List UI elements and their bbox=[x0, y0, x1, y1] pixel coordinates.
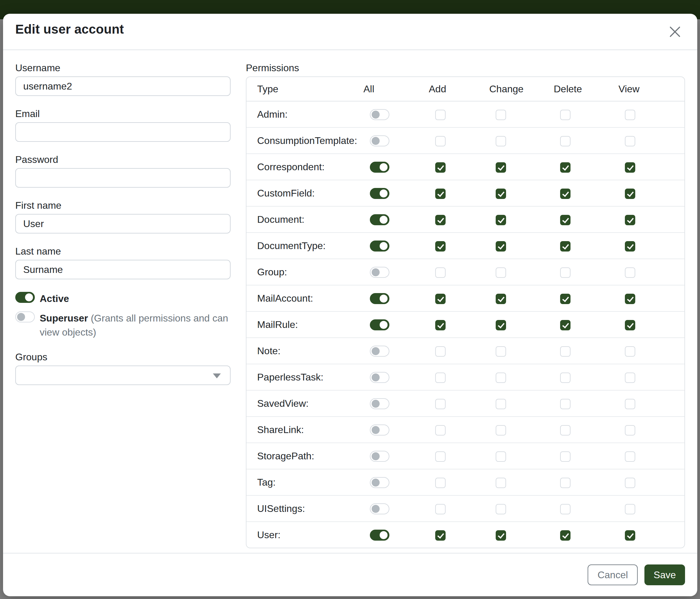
password-input[interactable] bbox=[15, 168, 231, 188]
perm-mailaccount-change-checkbox[interactable] bbox=[496, 294, 506, 304]
close-button[interactable] bbox=[666, 23, 684, 42]
perm-mailaccount-view-checkbox[interactable] bbox=[625, 294, 635, 304]
perm-group-add-checkbox[interactable] bbox=[435, 267, 446, 278]
groups-select[interactable] bbox=[15, 365, 231, 385]
perm-user-change-checkbox[interactable] bbox=[496, 530, 506, 541]
first-name-input[interactable] bbox=[15, 214, 231, 234]
perm-savedview-view-checkbox[interactable] bbox=[625, 399, 635, 409]
perm-mailaccount-delete-checkbox[interactable] bbox=[560, 294, 571, 304]
last-name-input[interactable] bbox=[15, 260, 231, 279]
perm-document-all-toggle[interactable] bbox=[370, 214, 390, 225]
perm-note-delete-checkbox[interactable] bbox=[560, 346, 571, 357]
perm-sharelink-all-toggle[interactable] bbox=[370, 425, 390, 435]
perm-mailrule-change-checkbox[interactable] bbox=[496, 320, 506, 330]
toggle-knob bbox=[372, 137, 380, 145]
perm-customfield-delete-checkbox[interactable] bbox=[560, 189, 571, 199]
perm-uisettings-all-toggle[interactable] bbox=[370, 503, 390, 514]
perm-document-add-checkbox[interactable] bbox=[435, 215, 446, 225]
perm-mailaccount-add-checkbox[interactable] bbox=[435, 294, 446, 304]
perm-customfield-change-checkbox[interactable] bbox=[496, 189, 506, 199]
perm-admin-all-toggle[interactable] bbox=[370, 109, 390, 120]
perm-documenttype-view-checkbox[interactable] bbox=[625, 241, 635, 251]
perm-note-view-checkbox[interactable] bbox=[625, 346, 635, 357]
perm-tag-all-toggle[interactable] bbox=[370, 477, 390, 488]
perm-correspondent-view-checkbox[interactable] bbox=[625, 162, 635, 173]
perm-savedview-delete-checkbox[interactable] bbox=[560, 399, 571, 409]
perm-correspondent-delete-checkbox[interactable] bbox=[560, 162, 571, 173]
perm-documenttype-delete-checkbox[interactable] bbox=[560, 241, 571, 251]
perm-savedview-add-checkbox[interactable] bbox=[435, 399, 446, 409]
perm-admin-view-checkbox[interactable] bbox=[625, 110, 635, 120]
perm-mailrule-delete-checkbox[interactable] bbox=[560, 320, 571, 330]
perm-document-delete-checkbox[interactable] bbox=[560, 215, 571, 225]
perm-user-all-toggle[interactable] bbox=[370, 530, 390, 541]
perm-uisettings-view-checkbox[interactable] bbox=[625, 504, 635, 514]
perm-paperlesstask-delete-checkbox[interactable] bbox=[560, 373, 571, 383]
perm-storagepath-all-toggle[interactable] bbox=[370, 451, 390, 462]
perm-consumptiontemplate-view-checkbox[interactable] bbox=[625, 136, 635, 146]
cancel-button[interactable]: Cancel bbox=[588, 565, 638, 585]
perm-paperlesstask-view-checkbox[interactable] bbox=[625, 373, 635, 383]
perm-admin-change-checkbox[interactable] bbox=[496, 110, 506, 120]
perm-tag-delete-checkbox[interactable] bbox=[560, 478, 571, 488]
perm-uisettings-change-checkbox[interactable] bbox=[496, 504, 506, 514]
perm-correspondent-change-checkbox[interactable] bbox=[496, 162, 506, 173]
perm-tag-add-checkbox[interactable] bbox=[435, 478, 446, 488]
perm-storagepath-add-checkbox[interactable] bbox=[435, 451, 446, 462]
active-row: Active bbox=[15, 291, 231, 306]
perm-note-change-checkbox[interactable] bbox=[496, 346, 506, 357]
perm-mailrule-view-checkbox[interactable] bbox=[625, 320, 635, 330]
perm-mailaccount-all-toggle[interactable] bbox=[370, 293, 390, 304]
active-toggle[interactable] bbox=[15, 292, 35, 303]
perm-mailrule-all-toggle[interactable] bbox=[370, 319, 390, 330]
perm-savedview-all-toggle[interactable] bbox=[370, 398, 390, 409]
perm-admin-add-checkbox[interactable] bbox=[435, 110, 446, 120]
perm-group-change-checkbox[interactable] bbox=[496, 267, 506, 278]
perm-document-view-checkbox[interactable] bbox=[625, 215, 635, 225]
perm-documenttype-change-checkbox[interactable] bbox=[496, 241, 506, 251]
superuser-toggle[interactable] bbox=[15, 311, 35, 322]
perm-sharelink-add-checkbox[interactable] bbox=[435, 425, 446, 435]
perm-group-view-checkbox[interactable] bbox=[625, 267, 635, 278]
perm-note-all-toggle[interactable] bbox=[370, 346, 390, 357]
perm-user-delete-checkbox[interactable] bbox=[560, 530, 571, 541]
perm-sharelink-delete-checkbox[interactable] bbox=[560, 425, 571, 435]
email-input[interactable] bbox=[15, 122, 231, 142]
perm-storagepath-view-checkbox[interactable] bbox=[625, 451, 635, 462]
perm-note-add-checkbox[interactable] bbox=[435, 346, 446, 357]
perm-customfield-view-checkbox[interactable] bbox=[625, 189, 635, 199]
perm-consumptiontemplate-change-checkbox[interactable] bbox=[496, 136, 506, 146]
perm-customfield-all-toggle[interactable] bbox=[370, 188, 390, 199]
perm-admin-delete-checkbox[interactable] bbox=[560, 110, 571, 120]
perm-paperlesstask-add-checkbox[interactable] bbox=[435, 373, 446, 383]
perm-uisettings-delete-checkbox[interactable] bbox=[560, 504, 571, 514]
perm-customfield-add-checkbox[interactable] bbox=[435, 189, 446, 199]
perm-group-delete-checkbox[interactable] bbox=[560, 267, 571, 278]
perm-tag-change-checkbox[interactable] bbox=[496, 478, 506, 488]
perm-user-view-checkbox[interactable] bbox=[625, 530, 635, 541]
perm-uisettings-add-checkbox[interactable] bbox=[435, 504, 446, 514]
perm-consumptiontemplate-delete-checkbox[interactable] bbox=[560, 136, 571, 146]
perm-savedview-change-checkbox[interactable] bbox=[496, 399, 506, 409]
perm-mailrule-add-checkbox[interactable] bbox=[435, 320, 446, 330]
toggle-knob bbox=[372, 400, 380, 408]
perm-paperlesstask-all-toggle[interactable] bbox=[370, 372, 390, 383]
permission-type-label: SavedView: bbox=[247, 390, 364, 416]
perm-storagepath-change-checkbox[interactable] bbox=[496, 451, 506, 462]
save-button[interactable]: Save bbox=[644, 565, 685, 585]
perm-group-all-toggle[interactable] bbox=[370, 267, 390, 278]
perm-paperlesstask-change-checkbox[interactable] bbox=[496, 373, 506, 383]
perm-documenttype-add-checkbox[interactable] bbox=[435, 241, 446, 251]
perm-sharelink-change-checkbox[interactable] bbox=[496, 425, 506, 435]
perm-correspondent-add-checkbox[interactable] bbox=[435, 162, 446, 173]
perm-documenttype-all-toggle[interactable] bbox=[370, 241, 390, 251]
perm-consumptiontemplate-all-toggle[interactable] bbox=[370, 136, 390, 146]
username-input[interactable] bbox=[15, 76, 231, 96]
perm-user-add-checkbox[interactable] bbox=[435, 530, 446, 541]
perm-sharelink-view-checkbox[interactable] bbox=[625, 425, 635, 435]
perm-correspondent-all-toggle[interactable] bbox=[370, 162, 390, 173]
perm-document-change-checkbox[interactable] bbox=[496, 215, 506, 225]
perm-storagepath-delete-checkbox[interactable] bbox=[560, 451, 571, 462]
perm-consumptiontemplate-add-checkbox[interactable] bbox=[435, 136, 446, 146]
perm-tag-view-checkbox[interactable] bbox=[625, 478, 635, 488]
